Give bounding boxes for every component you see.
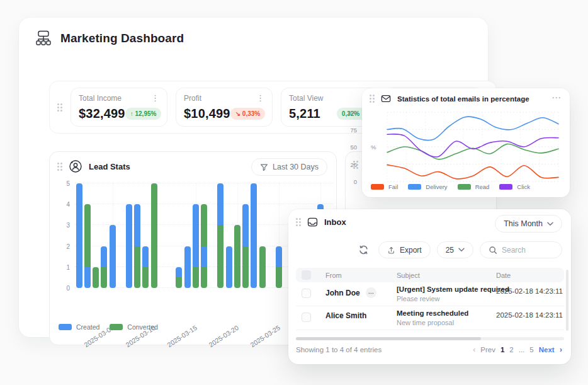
bar-segment-converted bbox=[217, 225, 223, 288]
drag-handle-icon[interactable] bbox=[57, 163, 62, 171]
prev-chevron-icon[interactable]: ‹ bbox=[473, 345, 475, 354]
page-button-5[interactable]: 5 bbox=[529, 346, 533, 353]
bar-segment-converted bbox=[93, 267, 99, 288]
prev-button[interactable]: Prev bbox=[480, 346, 495, 353]
legend-label: Read bbox=[475, 183, 490, 190]
date-value: 2025-02-18 14:23:11 bbox=[496, 311, 563, 319]
stacked-bar bbox=[217, 183, 223, 288]
y-axis-tick-label: 50 bbox=[342, 144, 357, 151]
y-axis-tick-label: 4 bbox=[56, 201, 70, 208]
inbox-card: Inbox This Month Ex bbox=[288, 209, 571, 364]
date-filter-button[interactable]: Last 30 Days bbox=[251, 158, 327, 176]
bar-segment-created bbox=[217, 183, 223, 225]
legend-item: Delivery bbox=[408, 183, 447, 190]
stacked-bar bbox=[184, 246, 191, 288]
stacked-bar bbox=[176, 267, 182, 288]
x-axis-tick-label: 2025-03-25 bbox=[237, 324, 281, 356]
line-series-fail bbox=[387, 165, 558, 179]
pagination: ‹ Prev 1 2 ... 5 Next › bbox=[473, 345, 562, 354]
inbox-table: From Subject Date John Doe ⋯ [Urgent] Sy… bbox=[296, 268, 564, 330]
row-checkbox[interactable] bbox=[302, 289, 311, 298]
y-axis-tick-label: 25 bbox=[342, 161, 357, 168]
drag-handle-icon[interactable] bbox=[57, 103, 62, 112]
bar-segment-converted bbox=[193, 267, 199, 288]
bar-segment-created bbox=[110, 225, 116, 288]
export-icon bbox=[387, 246, 395, 255]
x-axis-tick-label: 2025-03-15 bbox=[154, 324, 198, 356]
bar-segment-created bbox=[84, 267, 91, 288]
legend-swatch bbox=[408, 184, 421, 190]
bar-segment-created bbox=[201, 246, 207, 267]
table-header-row: From Subject Date bbox=[296, 268, 564, 282]
bar-segment-converted bbox=[101, 267, 107, 288]
bar-segment-converted bbox=[142, 267, 149, 288]
stacked-bar bbox=[93, 267, 99, 288]
stat-label: Profit bbox=[184, 94, 201, 103]
trend-badge: ↘ 0,33% bbox=[230, 108, 266, 120]
export-button[interactable]: Export bbox=[378, 241, 431, 258]
legend-swatch bbox=[499, 184, 512, 190]
row-menu-button[interactable]: ⋯ bbox=[366, 287, 376, 298]
page-size-select[interactable]: 25 bbox=[437, 241, 473, 258]
scrollbar-thumb[interactable] bbox=[296, 337, 481, 340]
page-ellipsis: ... bbox=[519, 346, 525, 353]
export-label: Export bbox=[400, 246, 422, 255]
inbox-toolbar: Export 25 Search bbox=[356, 241, 562, 258]
select-all-checkbox[interactable] bbox=[302, 270, 311, 280]
stat-card-profit: Profit ⋮ $10,499 ↘ 0,33% bbox=[176, 88, 273, 127]
legend-swatch bbox=[371, 184, 384, 190]
drag-handle-icon[interactable] bbox=[296, 218, 301, 226]
period-select[interactable]: This Month bbox=[495, 215, 562, 233]
inbox-footer: Showing 1 to 4 of 4 entries ‹ Prev 1 2 .… bbox=[296, 345, 562, 354]
bar-segment-created bbox=[142, 246, 149, 267]
drag-handle-icon[interactable] bbox=[370, 95, 375, 103]
legend-item: Click bbox=[499, 183, 530, 190]
ellipsis-menu-icon[interactable]: ⋯ bbox=[551, 92, 561, 103]
column-header-date: Date bbox=[496, 272, 511, 279]
bar-segment-created bbox=[242, 204, 249, 246]
sitemap-icon bbox=[34, 29, 53, 48]
page-button-2[interactable]: 2 bbox=[509, 346, 513, 353]
column-header-from: From bbox=[325, 272, 342, 279]
stacked-bar bbox=[251, 183, 257, 288]
card-title: Inbox bbox=[324, 217, 346, 227]
column-header-subject: Subject bbox=[397, 272, 420, 279]
page-button-1[interactable]: 1 bbox=[500, 346, 504, 353]
vertical-scrollbar[interactable] bbox=[566, 270, 568, 331]
stacked-bar bbox=[101, 246, 107, 288]
row-checkbox[interactable] bbox=[302, 313, 311, 322]
table-row[interactable]: John Doe ⋯ [Urgent] System update requir… bbox=[296, 282, 564, 306]
bar-segment-converted bbox=[84, 204, 91, 267]
kebab-menu-icon[interactable]: ⋮ bbox=[151, 95, 159, 101]
bar-segment-created bbox=[226, 246, 232, 288]
search-input[interactable]: Search bbox=[480, 241, 562, 258]
y-axis-tick-label: 75 bbox=[342, 127, 357, 134]
legend-label: Click bbox=[517, 183, 530, 190]
stacked-bar bbox=[259, 246, 266, 288]
line-chart-legend: FailDeliveryReadClick bbox=[371, 183, 530, 190]
bar-segment-converted bbox=[234, 225, 240, 288]
y-axis-tick-label: 5 bbox=[56, 180, 70, 187]
entries-summary: Showing 1 to 4 of 4 entries bbox=[296, 346, 382, 353]
stat-label: Total View bbox=[289, 94, 323, 103]
bar-segment-created bbox=[101, 246, 107, 267]
subject-text: [Urgent] System update required bbox=[397, 285, 509, 293]
panel-header: Marketing Dashboard bbox=[34, 29, 184, 48]
stat-label: Total Income bbox=[79, 94, 122, 103]
next-button[interactable]: Next bbox=[539, 346, 555, 353]
sender-name: John Doe bbox=[325, 289, 360, 297]
stat-value: $32,499 bbox=[79, 106, 125, 121]
card-title: Lead Stats bbox=[89, 162, 130, 171]
kebab-menu-icon[interactable]: ⋮ bbox=[256, 95, 264, 101]
next-chevron-icon[interactable]: › bbox=[560, 345, 562, 354]
legend-label: Created bbox=[76, 323, 99, 331]
horizontal-scrollbar[interactable] bbox=[296, 337, 564, 340]
legend-swatch bbox=[59, 324, 72, 330]
stat-card-total-income: Total Income ⋮ $32,499 ↑ 12,95% bbox=[71, 88, 167, 127]
period-label: This Month bbox=[504, 219, 543, 228]
bar-segment-created bbox=[176, 267, 182, 278]
table-row[interactable]: Alice Smith Meeting rescheduled New time… bbox=[296, 306, 564, 330]
refresh-button[interactable] bbox=[356, 242, 372, 258]
legend-label: Converted bbox=[127, 323, 157, 331]
page-title: Marketing Dashboard bbox=[60, 32, 184, 45]
